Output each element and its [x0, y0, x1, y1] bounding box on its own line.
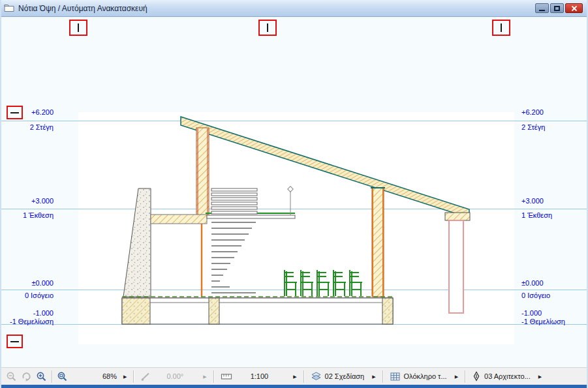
level-name-label: -1 Θεμελίωση: [1, 318, 54, 325]
level-name-label: 2 Στέγη: [521, 123, 545, 131]
level-elevation-label: -1.000: [521, 309, 542, 317]
redo-arrow-icon: [21, 371, 32, 382]
pen-set-value: 03 Αρχιτεκτο...: [484, 372, 531, 380]
grid-icon: [390, 371, 401, 381]
level-name-label: 0 Ισόγειο: [521, 291, 550, 299]
close-icon: [570, 5, 578, 12]
chevron-right-icon: ▶: [455, 374, 458, 379]
marker-handle-left-1[interactable]: [7, 106, 23, 119]
zoom-previous-button[interactable]: [4, 369, 19, 384]
chevron-right-icon: ▶: [203, 374, 206, 379]
zoom-in-button[interactable]: [34, 369, 49, 384]
minimize-button[interactable]: [535, 3, 549, 13]
level-elevation-label: -1.000: [1, 309, 54, 317]
marker-handle-top-3[interactable]: [492, 20, 510, 36]
scale-value: 1:100: [251, 372, 269, 380]
maximize-icon: [554, 6, 560, 11]
structure-display-value: Ολόκληρο τ...: [404, 372, 447, 380]
magnifier-minus-icon: [6, 371, 17, 382]
toolbar-separator: [133, 370, 134, 383]
toolbar-separator: [465, 370, 465, 383]
titlebar[interactable]: Νότια Όψη / Αυτόματη Ανακατασκευή: [1, 0, 587, 17]
right-wall: [371, 188, 385, 297]
horizontal-mark-icon: [10, 112, 19, 113]
level-elevation-label: ±0.000: [521, 279, 544, 287]
magnifier-plus-icon: [36, 371, 47, 382]
level-elevation-label: +3.000: [521, 197, 544, 205]
elevation-window: Νότια Όψη / Αυτόματη Ανακατασκευή: [0, 0, 588, 388]
close-button[interactable]: [565, 3, 583, 13]
toolbar-separator: [303, 370, 304, 383]
maximize-button[interactable]: [550, 3, 564, 13]
staircase: [211, 222, 256, 293]
pendant-fixture: [288, 187, 293, 215]
pen-nib-icon: [472, 371, 481, 381]
rebuild-button[interactable]: [19, 369, 34, 384]
fit-in-window-button[interactable]: [55, 369, 70, 384]
toolbar-separator: [213, 370, 214, 383]
layers-icon: [311, 371, 322, 381]
scale-dropdown[interactable]: 1:100 ▶: [217, 369, 301, 384]
rotation-value: 0.00°: [166, 372, 183, 380]
marker-handle-left-2[interactable]: [7, 335, 23, 348]
minimize-icon: [539, 10, 545, 11]
structure-display-dropdown[interactable]: Ολόκληρο τ... ▶: [386, 369, 462, 384]
level-elevation-label: ±0.000: [1, 279, 54, 287]
folder-icon: [4, 3, 14, 14]
chevron-right-icon: ▶: [123, 374, 127, 379]
level-name-label: 0 Ισόγειο: [1, 291, 54, 299]
chairs: [284, 270, 362, 296]
level-name-label: 1 Έκθεση: [1, 211, 54, 219]
zoom-percent-value: 68%: [102, 372, 117, 380]
layer-combination-dropdown[interactable]: 02 Σχεδίαση ▶: [307, 369, 380, 384]
window-resize-edge[interactable]: [1, 385, 587, 388]
marker-handle-top-2[interactable]: [258, 20, 277, 36]
level-elevation-label: +6.200: [521, 108, 544, 116]
vertical-mark-icon: [78, 23, 79, 32]
chevron-right-icon: ▶: [538, 374, 542, 379]
magnifier-fit-icon: [57, 371, 68, 382]
rotate-orientation-icon: [140, 371, 151, 381]
horizontal-mark-icon: [10, 341, 19, 342]
vertical-mark-icon: [267, 23, 268, 32]
chevron-right-icon: ▶: [293, 374, 296, 379]
pen-set-dropdown[interactable]: 03 Αρχιτεκτο... ▶: [468, 369, 546, 384]
drawing-canvas[interactable]: +6.200 2 Στέγη +3.000 1 Έκθεση ±0.000 0 …: [1, 17, 587, 367]
left-wall: [196, 128, 209, 297]
retaining-wall: [123, 188, 151, 297]
level-name-label: -1 Θεμελίωση: [521, 318, 565, 325]
bottom-toolbar: 68% ▶ 0.00° ▶ 1:100 ▶ 02 Σχεδίαση ▶ Ολόκ…: [1, 367, 587, 385]
window-controls: [535, 3, 584, 13]
rotation-dropdown[interactable]: 0.00° ▶: [136, 369, 210, 384]
stacked-boards: [211, 188, 257, 214]
foundation: [122, 297, 393, 324]
chevron-right-icon: ▶: [372, 374, 375, 379]
level-name-label: 1 Έκθεση: [521, 211, 552, 219]
marker-handle-top-1[interactable]: [69, 20, 87, 36]
level-name-label: 2 Στέγη: [1, 123, 54, 131]
layer-combination-value: 02 Σχεδίαση: [325, 372, 365, 380]
toolbar-separator: [382, 370, 383, 383]
level-elevation-label: +3.000: [1, 197, 54, 205]
zoom-percent-dropdown[interactable]: 68% ▶: [99, 369, 131, 384]
vertical-mark-icon: [501, 23, 502, 32]
porch-column: [445, 213, 470, 313]
window-title: Νότια Όψη / Αυτόματη Ανακατασκευή: [18, 4, 535, 13]
toolbar-separator: [52, 370, 52, 383]
ruler-icon: [221, 371, 232, 381]
elevation-drawing: [1, 17, 587, 367]
